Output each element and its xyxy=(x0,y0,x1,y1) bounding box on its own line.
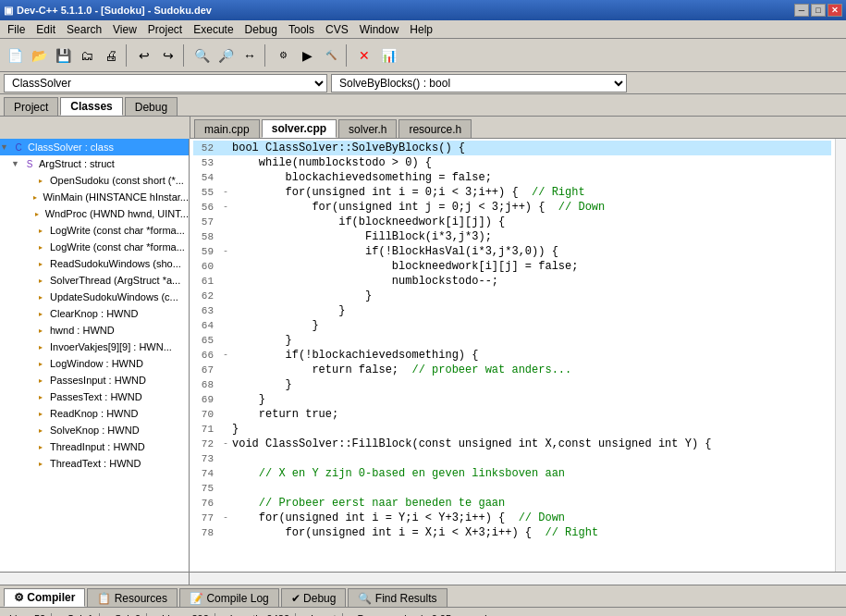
bottom-tab-resources[interactable]: 📋 Resources xyxy=(87,588,178,607)
code-text: numblockstodo--; xyxy=(232,274,498,289)
class-browser[interactable]: ▼CClassSolver : class▼SArgStruct : struc… xyxy=(0,139,190,572)
tree-item[interactable]: ▸PassesText : HWND xyxy=(0,388,189,405)
tree-item[interactable]: ▸ThreadInput : HWND xyxy=(0,438,189,455)
tab-maincpp[interactable]: main.cpp xyxy=(194,119,260,138)
menu-item-tools[interactable]: Tools xyxy=(283,20,320,38)
fold-indicator[interactable]: - xyxy=(219,244,232,259)
tree-item[interactable]: ▸SolverThread (ArgStruct *a... xyxy=(0,272,189,289)
fold-indicator[interactable]: - xyxy=(219,511,232,525)
tree-item[interactable]: ▸LogWindow : HWND xyxy=(0,355,189,372)
tab-resourceh[interactable]: resource.h xyxy=(398,119,472,138)
run-button[interactable]: ▶ xyxy=(296,44,318,67)
line-number: 76 xyxy=(193,496,219,511)
code-content[interactable]: 52bool ClassSolver::SolveByBlocks() {53 … xyxy=(190,139,835,572)
line-number: 77 xyxy=(193,511,219,525)
bottom-tab-compile-log[interactable]: 📝 Compile Log xyxy=(179,588,279,607)
fold-indicator[interactable]: - xyxy=(219,437,232,451)
save-button[interactable]: 💾 xyxy=(52,44,74,67)
build-button[interactable]: 🔨 xyxy=(320,44,342,67)
field-icon: ▸ xyxy=(33,339,48,354)
method-dropdown[interactable]: SolveByBlocks() : bool xyxy=(331,74,627,92)
code-line: 78 for(unsigned int i = X;i < X+3;i++) {… xyxy=(193,525,831,540)
class-dropdown[interactable]: ClassSolver xyxy=(4,74,327,92)
menu-item-help[interactable]: Help xyxy=(404,20,438,38)
code-line: 65 } xyxy=(193,333,831,348)
tree-item[interactable]: ▸SolveKnop : HWND xyxy=(0,422,189,438)
tree-expand-icon[interactable]: ▼ xyxy=(11,159,22,168)
menu-item-execute[interactable]: Execute xyxy=(188,20,239,38)
open-button[interactable]: 📂 xyxy=(28,44,50,67)
vertical-scrollbar[interactable] xyxy=(835,139,846,572)
profile-button[interactable]: 📊 xyxy=(377,44,399,67)
tab-solvercpp[interactable]: solver.cpp xyxy=(262,119,337,138)
tree-item[interactable]: ▼SArgStruct : struct xyxy=(0,155,189,172)
tree-item[interactable]: ▸ReadKnop : HWND xyxy=(0,405,189,422)
undo-button[interactable]: ↩ xyxy=(133,44,155,67)
tree-item[interactable]: ▸UpdateSudokuWindows (c... xyxy=(0,289,189,305)
fold-indicator[interactable]: - xyxy=(219,200,232,215)
compile-button[interactable]: ⚙ xyxy=(272,44,294,67)
bottom-tab-compiler[interactable]: ⚙ Compiler xyxy=(4,588,85,607)
menu-item-project[interactable]: Project xyxy=(142,20,188,38)
tree-item-label: PassesText : HWND xyxy=(50,391,142,402)
tree-item[interactable]: ▼CClassSolver : class xyxy=(0,139,189,155)
print-button[interactable]: 🖨 xyxy=(100,44,122,67)
tree-item[interactable]: ▸PassesInput : HWND xyxy=(0,372,189,388)
code-text: for(unsigned int j = 0;j < 3;j++) { // D… xyxy=(232,200,605,215)
code-area[interactable]: 52bool ClassSolver::SolveByBlocks() {53 … xyxy=(190,139,846,572)
save-all-button[interactable]: 🗂 xyxy=(76,44,98,67)
tree-item[interactable]: ▸WndProc (HWND hwnd, UINT... xyxy=(0,205,189,222)
menu-item-edit[interactable]: Edit xyxy=(31,20,61,38)
menubar: FileEditSearchViewProjectExecuteDebugToo… xyxy=(0,20,846,39)
debug-button[interactable]: ✕ xyxy=(353,44,375,67)
line-number: 74 xyxy=(193,466,219,481)
redo-button[interactable]: ↪ xyxy=(157,44,179,67)
tree-item-label: WndProc (HWND hwnd, UINT... xyxy=(45,208,189,219)
menu-item-window[interactable]: Window xyxy=(354,20,405,38)
bottom-tab-debug[interactable]: ✔ Debug xyxy=(281,588,347,607)
tab-project[interactable]: Project xyxy=(4,97,58,116)
maximize-button[interactable]: □ xyxy=(811,4,826,17)
line-number: 67 xyxy=(193,363,219,377)
bottom-tab-find-results[interactable]: 🔍 Find Results xyxy=(348,588,447,607)
code-line: 64 } xyxy=(193,318,831,333)
tree-item[interactable]: ▸OpenSudoku (const short (*... xyxy=(0,172,189,189)
tab-solverh[interactable]: solver.h xyxy=(338,119,397,138)
close-button[interactable]: ✕ xyxy=(828,4,842,17)
line-number: 58 xyxy=(193,229,219,244)
tree-item[interactable]: ▸WinMain (HINSTANCE hInstar... xyxy=(0,189,189,205)
tab-classes[interactable]: Classes xyxy=(60,97,122,116)
tree-item[interactable]: ▸ReadSudokuWindows (sho... xyxy=(0,255,189,272)
fold-indicator[interactable]: - xyxy=(219,348,232,363)
menu-item-view[interactable]: View xyxy=(107,20,142,38)
code-text: FillBlock(i*3,j*3); xyxy=(232,229,492,244)
class-icon: C xyxy=(11,140,26,154)
statusbar: Line: 52 Col: 1 Sel: 0 Lines: 392 Length… xyxy=(0,607,846,616)
fold-indicator[interactable]: - xyxy=(219,185,232,200)
find-next-button[interactable]: 🔎 xyxy=(215,44,237,67)
line-number: 65 xyxy=(193,333,219,348)
new-button[interactable]: 📄 xyxy=(4,44,26,67)
line-number: 64 xyxy=(193,318,219,333)
menu-item-search[interactable]: Search xyxy=(61,20,107,38)
tree-item[interactable]: ▸hwnd : HWND xyxy=(0,322,189,339)
tree-item[interactable]: ▸ThreadText : HWND xyxy=(0,455,189,472)
tree-expand-icon[interactable]: ▼ xyxy=(0,142,11,152)
right-hscroll[interactable] xyxy=(190,573,846,585)
tree-item[interactable]: ▸LogWrite (const char *forma... xyxy=(0,222,189,239)
menu-item-debug[interactable]: Debug xyxy=(239,20,283,38)
tree-item[interactable]: ▸LogWrite (const char *forma... xyxy=(0,239,189,255)
minimize-button[interactable]: ─ xyxy=(794,4,809,17)
tab-debug[interactable]: Debug xyxy=(125,97,178,116)
replace-button[interactable]: ↔ xyxy=(239,44,261,67)
field-icon: ▸ xyxy=(33,389,48,404)
tab-project-label: Project xyxy=(14,101,48,114)
tree-item[interactable]: ▸ClearKnop : HWND xyxy=(0,305,189,322)
tree-item-label: ClassSolver : class xyxy=(28,142,114,153)
menu-item-file[interactable]: File xyxy=(2,20,31,38)
left-hscroll[interactable] xyxy=(0,573,190,585)
tree-item[interactable]: ▸InvoerVakjes[9][9] : HWN... xyxy=(0,339,189,355)
find-button[interactable]: 🔍 xyxy=(190,44,213,67)
code-line: 61 numblockstodo--; xyxy=(193,274,831,289)
menu-item-cvs[interactable]: CVS xyxy=(320,20,354,38)
